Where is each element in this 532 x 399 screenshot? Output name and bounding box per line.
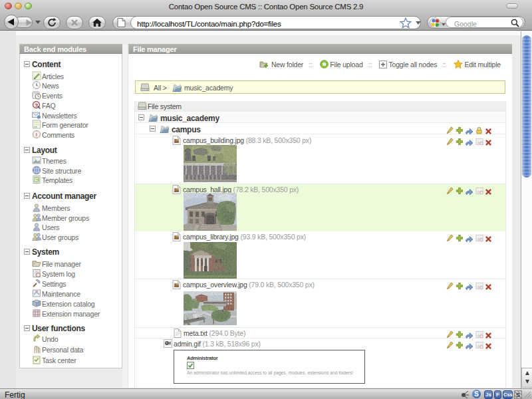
svg-text:i: i (36, 132, 37, 138)
svg-text:%: % (35, 178, 39, 182)
svg-text:?: ? (35, 102, 38, 108)
